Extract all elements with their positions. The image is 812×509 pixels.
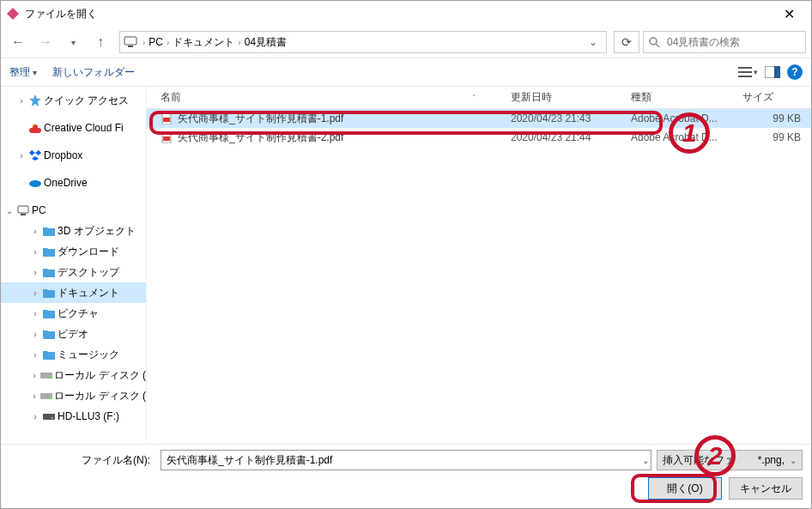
- tree-label: デスクトップ: [58, 265, 119, 280]
- sort-asc-icon: ˄: [472, 94, 476, 102]
- search-box[interactable]: [643, 31, 806, 53]
- col-name[interactable]: 名前 ˄: [161, 90, 511, 105]
- breadcrumb[interactable]: › PC › ドキュメント › 04見積書 ⌄: [119, 31, 607, 53]
- chevron-right-icon: ›: [30, 247, 40, 257]
- tree-creative-cloud[interactable]: Creative Cloud Fi: [1, 118, 146, 138]
- tree-label: PC: [32, 204, 46, 216]
- svg-rect-27: [163, 118, 170, 122]
- pdf-icon: [161, 131, 173, 143]
- tree-label: ローカル ディスク (: [54, 389, 146, 403]
- new-folder-button[interactable]: 新しいフォルダー: [52, 65, 135, 80]
- filename-input[interactable]: [165, 453, 647, 467]
- folder-icon: [42, 286, 56, 300]
- tree-pc-child[interactable]: ›ダウンロード: [1, 241, 146, 262]
- file-size: 99 KB: [742, 131, 811, 143]
- tree-label: ローカル ディスク (: [54, 368, 146, 383]
- filename-combo[interactable]: ⌄: [161, 450, 651, 470]
- breadcrumb-part[interactable]: PC: [148, 36, 163, 48]
- tree-quick-access[interactable]: › クイック アクセス: [1, 90, 146, 111]
- tree-pc-child[interactable]: ›ローカル ディスク (: [1, 385, 146, 406]
- tree-label: ダウンロード: [58, 245, 119, 259]
- forward-button[interactable]: →: [33, 30, 58, 54]
- file-name: 矢代商事様_サイト制作見積書-2.pdf: [178, 130, 343, 145]
- chevron-right-icon: ›: [30, 268, 40, 277]
- folder-icon: [42, 224, 56, 238]
- tree-pc-child[interactable]: ›3D オブジェクト: [1, 221, 146, 241]
- svg-rect-19: [21, 214, 26, 215]
- chevron-down-icon[interactable]: ⌄: [790, 456, 797, 465]
- star-icon: [28, 94, 42, 107]
- col-size[interactable]: サイズ: [742, 90, 811, 105]
- dropbox-icon: [28, 148, 42, 162]
- chevron-right-icon: ›: [30, 227, 40, 236]
- file-date: 2020/04/23 21:44: [511, 131, 631, 143]
- svg-rect-2: [128, 45, 133, 47]
- tree-label: ミュージック: [58, 348, 119, 362]
- preview-pane-icon[interactable]: [765, 66, 780, 78]
- search-input[interactable]: [665, 35, 800, 49]
- window-title: ファイルを開く: [25, 7, 772, 21]
- tree-pc-child[interactable]: ›ミュージック: [1, 344, 146, 365]
- svg-rect-9: [774, 66, 780, 78]
- filter-tail: *.png,: [758, 454, 785, 466]
- svg-point-25: [52, 417, 53, 419]
- folder-icon: [42, 348, 56, 361]
- tree-pc-child[interactable]: ›ビデオ: [1, 324, 146, 344]
- chevron-down-icon[interactable]: ⌄: [642, 456, 649, 465]
- col-type[interactable]: 種類: [631, 90, 742, 105]
- file-list[interactable]: 矢代商事様_サイト制作見積書-1.pdf2020/04/23 21:43Adob…: [147, 109, 811, 444]
- folder-icon: [42, 245, 56, 258]
- breadcrumb-part[interactable]: 04見積書: [245, 35, 287, 50]
- svg-rect-18: [18, 206, 28, 213]
- svg-rect-7: [738, 76, 752, 77]
- up-button[interactable]: ↑: [88, 30, 112, 54]
- titlebar: ファイルを開く ✕: [1, 1, 811, 27]
- chevron-right-icon: ›: [142, 38, 145, 47]
- pdf-icon: [161, 112, 173, 124]
- open-button[interactable]: 開く(O): [648, 477, 722, 500]
- filename-label: ファイル名(N):: [9, 453, 155, 468]
- breadcrumb-part[interactable]: ドキュメント: [173, 35, 234, 50]
- tree-pc-child[interactable]: ›ドキュメント: [1, 282, 146, 303]
- tree-pc-child[interactable]: ›ピクチャ: [1, 303, 146, 324]
- tree-label: ピクチャ: [58, 306, 99, 321]
- help-button[interactable]: ?: [787, 64, 803, 80]
- tree-dropbox[interactable]: › Dropbox: [1, 145, 146, 166]
- organize-menu[interactable]: 整理: [9, 65, 37, 80]
- view-details-icon[interactable]: ▾: [738, 66, 758, 78]
- file-row[interactable]: 矢代商事様_サイト制作見積書-2.pdf2020/04/23 21:44Adob…: [147, 128, 811, 147]
- disk-icon: [40, 389, 52, 403]
- svg-point-3: [650, 38, 657, 45]
- svg-marker-14: [29, 150, 35, 155]
- filetype-filter[interactable]: 挿入可能なファ *.png, ⌄: [657, 450, 803, 470]
- breadcrumb-dropdown[interactable]: ⌄: [584, 36, 603, 48]
- disk-icon: [40, 368, 52, 382]
- svg-rect-24: [43, 414, 55, 420]
- tree-onedrive[interactable]: OneDrive: [1, 173, 146, 193]
- column-headers[interactable]: 名前 ˄ 更新日時 種類 サイズ: [147, 87, 811, 109]
- close-button[interactable]: ✕: [772, 2, 806, 26]
- chevron-right-icon: ›: [30, 391, 39, 401]
- tree-pc[interactable]: ⌄ PC: [1, 200, 146, 221]
- tree-pc-child[interactable]: ›ローカル ディスク (: [1, 365, 146, 385]
- disk-icon: [42, 409, 56, 423]
- tree-label: クイック アクセス: [44, 94, 129, 108]
- back-button[interactable]: ←: [6, 30, 30, 54]
- cancel-button[interactable]: キャンセル: [729, 477, 803, 500]
- chevron-right-icon: ›: [30, 288, 40, 298]
- col-date[interactable]: 更新日時: [511, 90, 631, 105]
- tree-pc-child[interactable]: ›デスクトップ: [1, 262, 146, 282]
- tree-label: Dropbox: [44, 149, 82, 161]
- file-pane: 名前 ˄ 更新日時 種類 サイズ 矢代商事様_サイト制作見積書-1.pdf202…: [147, 87, 811, 444]
- nav-tree[interactable]: › クイック アクセス Creative Cloud Fi › Dropbox: [1, 87, 147, 444]
- recent-dropdown[interactable]: ▾: [61, 30, 85, 54]
- svg-point-21: [49, 376, 51, 378]
- onedrive-icon: [28, 176, 42, 190]
- tree-pc-child[interactable]: ›HD-LLU3 (F:): [1, 406, 146, 427]
- toolbar: 整理 新しいフォルダー ▾ ?: [1, 58, 811, 87]
- chevron-right-icon: ›: [30, 330, 40, 339]
- file-name: 矢代商事様_サイト制作見積書-1.pdf: [178, 112, 343, 126]
- file-row[interactable]: 矢代商事様_サイト制作見積書-1.pdf2020/04/23 21:43Adob…: [147, 109, 811, 128]
- svg-rect-20: [40, 373, 52, 379]
- refresh-button[interactable]: ⟳: [614, 31, 639, 53]
